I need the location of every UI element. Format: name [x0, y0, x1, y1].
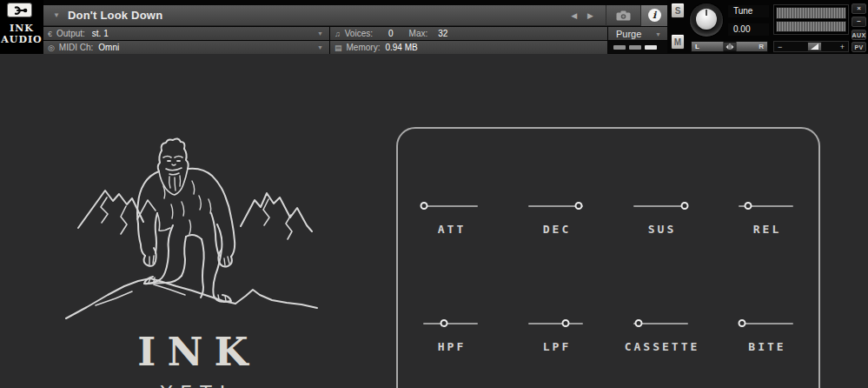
midi-label: MIDI Ch:	[59, 43, 93, 52]
tune-knob-cap	[696, 9, 717, 30]
memory-row: ▤ Memory: 0.94 MB	[330, 41, 607, 54]
slider-track[interactable]	[423, 319, 478, 328]
level-meters	[773, 4, 849, 35]
slider-handle[interactable]	[634, 319, 642, 327]
output-value[interactable]: st. 1	[92, 29, 109, 38]
instrument-title: Don't Look Down	[68, 9, 162, 22]
fader-wedge-icon	[811, 43, 818, 50]
voices-value: 0	[388, 29, 394, 38]
info-icon: i	[648, 9, 661, 22]
purge-led	[613, 45, 626, 50]
max-voices-label: Max:	[409, 29, 428, 38]
tune-label-field: Tune	[728, 5, 769, 17]
output-jack-icon: €	[48, 30, 52, 38]
meter-left	[776, 7, 846, 19]
slider-handle[interactable]	[574, 202, 582, 210]
purge-led	[645, 45, 657, 50]
slider-track[interactable]	[633, 319, 688, 328]
aux-button[interactable]: aux	[851, 30, 866, 40]
solo-button[interactable]: S	[671, 3, 685, 18]
slider-handle[interactable]	[681, 202, 689, 210]
slider-sus: SUS	[608, 202, 713, 236]
slider-label: ATT	[435, 223, 466, 236]
slider-line	[633, 205, 688, 207]
pan-left-label: L	[695, 43, 699, 50]
minimize-button[interactable]: −	[851, 17, 866, 27]
brand-line1: INK	[0, 23, 43, 34]
max-voices-value[interactable]: 32	[438, 29, 447, 38]
instrument-titlebar: ▼ Don't Look Down ◀ ▶ i	[43, 5, 667, 26]
slider-label: SUS	[646, 223, 676, 236]
pan-center-icon	[731, 44, 733, 50]
window-buttons-column: × − aux pv	[850, 0, 868, 54]
memory-chip-icon: ▤	[335, 43, 342, 52]
slider-handle[interactable]	[739, 319, 746, 327]
info-view-button[interactable]: i	[640, 5, 667, 26]
slider-lpf: LPF	[503, 319, 608, 353]
output-dropdown-icon[interactable]: ▼	[317, 30, 323, 37]
slider-track[interactable]	[739, 319, 793, 328]
brand-line2: AUDIO	[0, 34, 43, 45]
slider-track[interactable]	[633, 202, 688, 211]
mixer-strip: S M Tune 0.00 L R	[667, 0, 850, 54]
tune-value-field[interactable]: 0.00	[728, 23, 769, 36]
memory-value: 0.94 MB	[385, 43, 417, 52]
pan-slider[interactable]: L R	[691, 41, 768, 52]
slider-rel: REL	[713, 202, 818, 236]
pan-center-icon	[726, 44, 728, 50]
purge-menu[interactable]: Purge ▼	[608, 27, 667, 40]
midi-row[interactable]: ◎ MIDI Ch: Omni ▼	[43, 41, 329, 54]
performance-view-button[interactable]: pv	[851, 42, 866, 52]
midi-dropdown-icon[interactable]: ▼	[317, 44, 323, 50]
slider-row-1: ATTDECSUSREL	[398, 202, 818, 236]
output-row[interactable]: € Output: st. 1 ▼	[43, 27, 329, 40]
camera-icon	[616, 10, 631, 21]
yeti-illustration	[52, 117, 348, 329]
tune-knob[interactable]	[690, 3, 723, 37]
slider-handle[interactable]	[745, 202, 752, 210]
close-button[interactable]: ×	[851, 3, 866, 14]
edit-instrument-button[interactable]	[7, 3, 32, 17]
mute-button[interactable]: M	[671, 34, 685, 50]
voices-notes-icon: ♫	[335, 30, 341, 38]
memory-label: Memory:	[347, 43, 381, 52]
volume-minus-label: −	[778, 43, 782, 51]
slider-att: ATT	[398, 202, 503, 236]
pan-center-bar	[729, 43, 730, 50]
midi-value[interactable]: Omni	[98, 43, 119, 52]
slider-line	[739, 323, 793, 324]
slider-handle[interactable]	[562, 319, 570, 327]
slider-track[interactable]	[739, 202, 793, 211]
purge-dropdown-icon: ▼	[655, 31, 661, 37]
instrument-header: INK AUDIO ▼ Don't Look Down ◀ ▶ i	[0, 0, 868, 54]
slider-handle[interactable]	[440, 319, 447, 327]
slider-track[interactable]	[423, 202, 478, 211]
prev-instrument-icon[interactable]: ◀	[566, 11, 582, 20]
slider-line	[423, 205, 478, 207]
output-label: Output:	[56, 29, 85, 38]
slider-label: DEC	[540, 223, 571, 236]
wrench-icon	[10, 5, 30, 16]
snapshot-view-button[interactable]	[606, 5, 640, 26]
slider-row-2: HPFLPFCASSETTEBITE	[398, 319, 818, 353]
next-instrument-icon[interactable]: ▶	[582, 11, 599, 20]
slider-track[interactable]	[528, 202, 583, 211]
pan-handle[interactable]	[723, 42, 736, 51]
pan-right-label: R	[759, 43, 764, 50]
collapse-arrow-icon[interactable]: ▼	[53, 11, 60, 19]
volume-handle[interactable]	[807, 42, 822, 51]
slider-bite: BITE	[713, 319, 818, 353]
volume-slider[interactable]: − +	[773, 41, 849, 52]
voices-row: ♫ Voices: 0 Max: 32	[330, 27, 607, 40]
slider-cassette: CASSETTE	[608, 319, 713, 353]
brand-block: INK AUDIO	[0, 0, 43, 54]
instrument-logo: INK	[80, 329, 306, 375]
slider-track[interactable]	[528, 319, 583, 328]
instrument-body: INK YETI ATTDECSUSREL HPFLPFCASSETTEBITE	[0, 54, 868, 388]
slider-line	[528, 323, 583, 324]
purge-led-strip	[608, 41, 667, 53]
slider-handle[interactable]	[421, 202, 428, 210]
tune-knob-tick	[706, 10, 707, 16]
brand-logo: INK AUDIO	[0, 23, 43, 45]
purge-label: Purge	[616, 29, 641, 39]
